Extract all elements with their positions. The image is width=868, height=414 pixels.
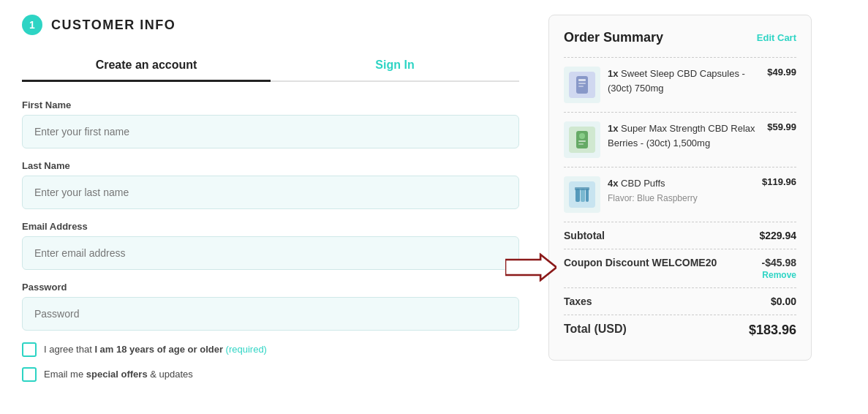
taxes-row: Taxes $0.00 [564, 288, 796, 315]
svg-rect-13 [586, 189, 589, 202]
item-details: 1x Super Max Strength CBD Relax Berries … [608, 121, 760, 150]
coupon-row-content: Coupon Discount WELCOME20 -$45.98 Remove [564, 249, 796, 287]
item-price: $49.99 [767, 67, 796, 78]
total-value: $183.96 [749, 323, 796, 338]
section-title: CUSTOMER INFO [51, 18, 176, 33]
email-input[interactable] [22, 236, 519, 270]
svg-rect-12 [581, 189, 585, 202]
order-item: 4x CBD Puffs Flavor: Blue Raspberry $119… [564, 168, 796, 222]
coupon-label-group: Coupon Discount WELCOME20 [564, 257, 717, 268]
svg-marker-15 [505, 255, 556, 280]
svg-point-7 [579, 133, 585, 139]
step-number: 1 [22, 15, 42, 35]
svg-rect-11 [575, 189, 580, 202]
order-summary-box: Order Summary Edit Cart [548, 15, 812, 361]
email-offers-checkbox[interactable] [22, 367, 37, 382]
svg-rect-3 [578, 83, 586, 84]
svg-rect-2 [578, 79, 586, 81]
order-item: 1x Sweet Sleep CBD Capsules - (30ct) 750… [564, 58, 796, 113]
item-thumbnail [564, 121, 600, 158]
item-thumbnail [564, 67, 600, 103]
last-name-group: Last Name [22, 160, 519, 209]
coupon-code: WELCOME20 [652, 257, 717, 268]
first-name-label: First Name [22, 99, 519, 110]
taxes-label: Taxes [564, 296, 592, 307]
password-group: Password [22, 282, 519, 331]
first-name-group: First Name [22, 99, 519, 148]
email-offers-row: Email me special offers & updates [22, 367, 519, 382]
order-summary-header: Order Summary Edit Cart [564, 30, 796, 45]
taxes-value: $0.00 [771, 296, 796, 307]
coupon-arrow [505, 253, 556, 285]
subtotal-label: Subtotal [564, 230, 605, 241]
coupon-value: -$45.98 [762, 257, 796, 268]
order-item: 1x Super Max Strength CBD Relax Berries … [564, 113, 796, 168]
coupon-label: Coupon Discount [564, 257, 649, 268]
customer-info-panel: 1 CUSTOMER INFO Create an account Sign I… [22, 15, 519, 399]
item-details: 4x CBD Puffs Flavor: Blue Raspberry [608, 176, 755, 205]
coupon-row: Coupon Discount WELCOME20 -$45.98 Remove [564, 249, 796, 288]
last-name-input[interactable] [22, 176, 519, 209]
tab-create-account[interactable]: Create an account [22, 50, 271, 80]
first-name-input[interactable] [22, 115, 519, 148]
subtotal-row: Subtotal $229.94 [564, 222, 796, 249]
subtotal-value: $229.94 [759, 230, 796, 241]
order-summary-panel: Order Summary Edit Cart [548, 15, 812, 399]
tab-sign-in[interactable]: Sign In [271, 50, 519, 80]
remove-coupon-link[interactable]: Remove [762, 270, 796, 280]
item-price: $59.99 [767, 121, 796, 132]
coupon-right: -$45.98 Remove [762, 257, 796, 280]
age-agreement-row: I agree that I am 18 years of age or old… [22, 342, 519, 357]
svg-rect-1 [576, 76, 588, 94]
email-offers-label: Email me special offers & updates [44, 368, 193, 381]
password-input[interactable] [22, 297, 519, 331]
edit-cart-link[interactable]: Edit Cart [757, 32, 796, 43]
total-row: Total (USD) $183.96 [564, 315, 796, 345]
svg-rect-4 [578, 86, 584, 87]
item-thumbnail [564, 176, 600, 213]
item-details: 1x Sweet Sleep CBD Capsules - (30ct) 750… [608, 67, 760, 95]
account-tabs: Create an account Sign In [22, 50, 519, 82]
svg-rect-8 [578, 140, 586, 142]
password-label: Password [22, 282, 519, 293]
last-name-label: Last Name [22, 160, 519, 171]
email-group: Email Address [22, 221, 519, 270]
email-label: Email Address [22, 221, 519, 232]
age-agreement-label: I agree that I am 18 years of age or old… [44, 343, 267, 356]
svg-rect-9 [578, 143, 584, 145]
total-label: Total (USD) [564, 323, 627, 336]
svg-rect-14 [575, 187, 589, 190]
item-price: $119.96 [762, 176, 796, 187]
age-agreement-checkbox[interactable] [22, 342, 37, 357]
section-header: 1 CUSTOMER INFO [22, 15, 519, 35]
order-summary-title: Order Summary [564, 30, 663, 45]
order-items-list: 1x Sweet Sleep CBD Capsules - (30ct) 750… [564, 57, 796, 222]
